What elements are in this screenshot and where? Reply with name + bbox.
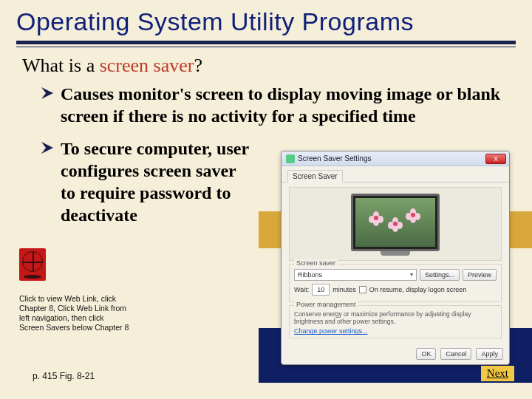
- dialog-titlebar[interactable]: Screen Saver Settings X: [282, 151, 509, 166]
- ok-button[interactable]: OK: [416, 348, 436, 360]
- screensaver-dialog: Screen Saver Settings X Screen Saver Scr…: [281, 151, 510, 365]
- svg-marker-0: [41, 87, 53, 99]
- monitor-stand: [381, 251, 410, 256]
- preview-button[interactable]: Preview: [463, 269, 497, 281]
- arrow-icon: [41, 142, 53, 154]
- close-button[interactable]: X: [485, 154, 506, 164]
- monitor-frame: [351, 194, 440, 251]
- preview-pane: [289, 187, 502, 261]
- bullet-text-1: Causes monitor's screen to display movin…: [61, 83, 510, 127]
- screensaver-combo-value: Ribbons: [298, 270, 322, 280]
- title-rule: [16, 41, 516, 47]
- bullet-item-1: Causes monitor's screen to display movin…: [41, 83, 510, 127]
- cancel-button[interactable]: Cancel: [440, 348, 471, 360]
- monitor-screen: [355, 198, 435, 247]
- question-suffix: ?: [194, 55, 202, 76]
- question-term: screen saver: [100, 55, 194, 76]
- bullet-text-2: To secure computer, user configures scre…: [61, 137, 253, 226]
- resume-checkbox[interactable]: [359, 286, 366, 293]
- next-button[interactable]: Next: [481, 366, 514, 381]
- arrow-icon: [41, 87, 53, 99]
- page-reference: p. 415 Fig. 8-21: [33, 371, 95, 381]
- wait-spinner[interactable]: 10: [312, 284, 330, 296]
- dialog-button-row: OK Cancel Apply: [416, 348, 503, 360]
- slide-title: Operating System Utility Programs: [0, 0, 532, 41]
- dialog-title: Screen Saver Settings: [298, 154, 485, 163]
- weblink-globe-icon[interactable]: [19, 248, 46, 281]
- dialog-tabs: Screen Saver: [282, 166, 509, 183]
- power-desc: Conserve energy or maximize performance …: [294, 310, 497, 325]
- resume-label: On resume, display logon screen: [369, 286, 467, 293]
- settings-button[interactable]: Settings...: [420, 269, 460, 281]
- flower-graphic: [369, 211, 383, 226]
- question-prefix: What is a: [22, 55, 100, 76]
- chevron-down-icon: ▾: [410, 270, 413, 280]
- power-group: Power management Conserve energy or maxi…: [289, 305, 502, 338]
- svg-marker-1: [41, 142, 53, 154]
- screensaver-group: Screen saver Ribbons ▾ Settings... Previ…: [289, 264, 502, 302]
- tab-screensaver[interactable]: Screen Saver: [287, 170, 343, 183]
- screensaver-combo[interactable]: Ribbons ▾: [294, 269, 417, 281]
- flower-graphic: [406, 208, 420, 223]
- wait-label: Wait:: [294, 286, 309, 293]
- screensaver-group-label: Screen saver: [294, 259, 338, 267]
- apply-button[interactable]: Apply: [476, 348, 503, 360]
- power-group-label: Power management: [294, 301, 358, 308]
- minutes-label: minutes: [332, 286, 356, 293]
- weblink-instruction: Click to view Web Link, click Chapter 8,…: [19, 294, 130, 333]
- power-settings-link[interactable]: Change power settings...: [294, 327, 497, 335]
- dialog-app-icon: [286, 154, 295, 163]
- slide-question: What is a screen saver?: [0, 47, 532, 83]
- flower-graphic: [388, 217, 403, 232]
